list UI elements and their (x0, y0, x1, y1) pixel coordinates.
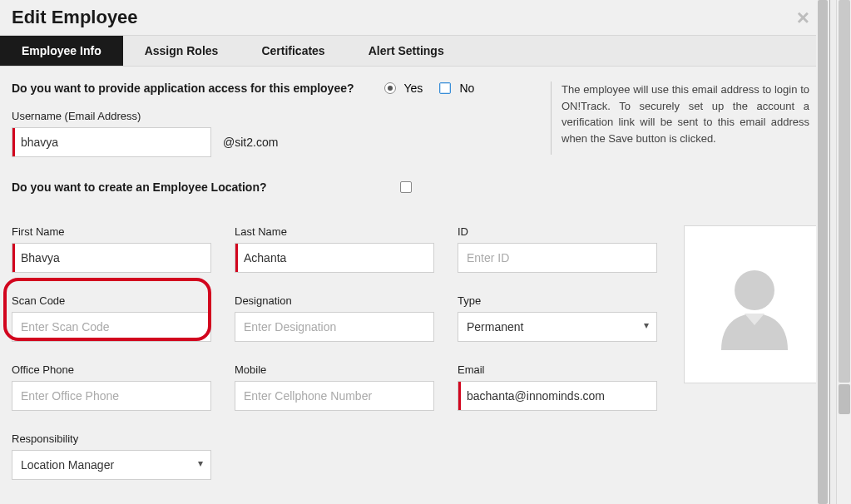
id-label: ID (458, 225, 657, 238)
required-indicator (458, 382, 461, 410)
type-label: Type (458, 294, 657, 307)
first-name-label: First Name (12, 225, 211, 238)
radio-no-label: No (459, 82, 474, 95)
vertical-separator (551, 82, 552, 155)
tab-assign-roles[interactable]: Assign Roles (123, 36, 240, 66)
avatar-icon (709, 259, 800, 350)
required-indicator (235, 244, 238, 272)
field-office-phone: Office Phone (12, 363, 211, 411)
modal-scrollbar[interactable] (816, 0, 829, 504)
tab-certificates[interactable]: Certificates (240, 36, 346, 66)
mobile-label: Mobile (235, 363, 434, 376)
modal-scrollbar-thumb[interactable] (818, 0, 828, 504)
field-first-name: First Name (12, 225, 211, 273)
username-input-wrap (12, 127, 211, 157)
radio-yes-label: Yes (404, 82, 423, 95)
location-row: Do you want to create an Employee Locati… (12, 180, 818, 194)
close-icon[interactable]: × (792, 7, 814, 28)
type-select[interactable]: Permanent (458, 312, 657, 342)
page-scrollbar-thumb-bottom[interactable] (839, 384, 850, 414)
modal-header: Edit Employee × (0, 0, 829, 35)
username-suffix: @sit2.com (211, 136, 278, 149)
access-question: Do you want to provide application acces… (12, 82, 354, 95)
content-area: Do you want to provide application acces… (0, 67, 829, 495)
access-info-text: The employee will use this email address… (562, 82, 818, 146)
designation-label: Designation (235, 294, 434, 307)
tab-bar: Employee Info Assign Roles Certificates … (0, 35, 829, 67)
modal-title: Edit Employee (12, 7, 138, 28)
responsibility-select[interactable]: Location Manager (12, 450, 211, 480)
last-name-input[interactable] (235, 243, 434, 273)
tab-employee-info[interactable]: Employee Info (0, 36, 123, 66)
email-input[interactable] (458, 381, 657, 411)
username-label: Username (Email Address) (12, 110, 544, 122)
access-row: Do you want to provide application acces… (12, 82, 818, 157)
avatar-column (684, 225, 825, 480)
location-checkbox[interactable] (400, 181, 412, 193)
avatar-placeholder[interactable] (684, 225, 825, 383)
field-scan-code: Scan Code (12, 294, 211, 342)
page-scrollbar[interactable] (836, 0, 851, 504)
location-question: Do you want to create an Employee Locati… (12, 180, 267, 194)
field-last-name: Last Name (235, 225, 434, 273)
email-label: Email (458, 363, 657, 376)
id-input[interactable] (458, 243, 657, 273)
username-input[interactable] (12, 127, 211, 157)
office-phone-input[interactable] (12, 381, 211, 411)
required-indicator (12, 244, 15, 272)
designation-input[interactable] (235, 312, 434, 342)
form-grid: First Name Last Name ID (12, 225, 657, 480)
office-phone-label: Office Phone (12, 363, 211, 376)
scan-code-input[interactable] (12, 312, 211, 342)
svg-point-0 (735, 270, 774, 310)
scan-code-label: Scan Code (12, 294, 211, 307)
tab-alert-settings[interactable]: Alert Settings (347, 36, 466, 66)
mobile-input[interactable] (235, 381, 434, 411)
field-designation: Designation (235, 294, 434, 342)
page-scrollbar-thumb-top[interactable] (839, 0, 850, 383)
last-name-label: Last Name (235, 225, 434, 238)
field-responsibility: Responsibility Location Manager (12, 432, 211, 480)
access-radio-group: Yes No (384, 82, 475, 95)
field-id: ID (458, 225, 657, 273)
responsibility-label: Responsibility (12, 432, 211, 445)
first-name-input[interactable] (12, 243, 211, 273)
field-type: Type Permanent (458, 294, 657, 342)
radio-no[interactable] (439, 82, 451, 94)
field-email: Email (458, 363, 657, 411)
radio-yes[interactable] (384, 82, 396, 94)
field-mobile: Mobile (235, 363, 434, 411)
modal: Edit Employee × Employee Info Assign Rol… (0, 0, 830, 504)
required-indicator (12, 128, 15, 156)
